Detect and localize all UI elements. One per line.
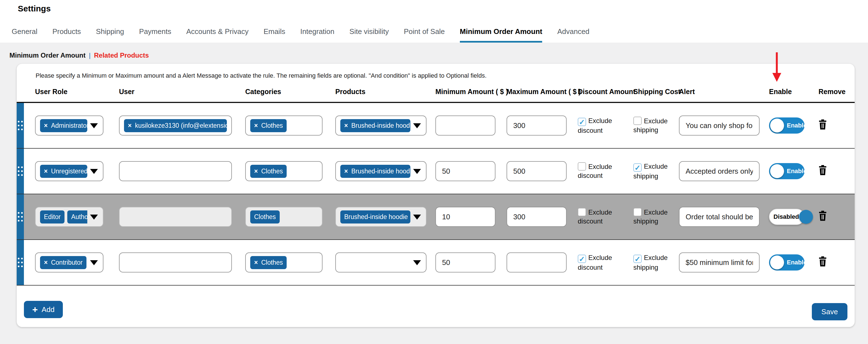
chevron-down-icon: [90, 169, 98, 174]
exclude-shipping-checkbox[interactable]: Exclude shipping: [633, 208, 673, 226]
tab-point-of-sale[interactable]: Point of Sale: [404, 27, 444, 42]
user-role-select[interactable]: ×Contributor: [35, 252, 103, 273]
chip-remove-icon[interactable]: ×: [254, 168, 258, 174]
minimum-amount-input[interactable]: [435, 115, 495, 136]
toggle-knob: [770, 119, 784, 133]
tab-advanced[interactable]: Advanced: [557, 27, 589, 42]
column-header: Products: [335, 88, 435, 96]
subnav-item-related-products[interactable]: Related Products: [94, 52, 149, 59]
exclude-discount-checkbox[interactable]: ✓Exclude discount: [578, 116, 618, 135]
categories-select[interactable]: ×Clothes: [245, 115, 322, 136]
save-button[interactable]: Save: [812, 303, 847, 320]
column-header: Shipping Cost: [633, 88, 679, 96]
user-select[interactable]: [119, 161, 232, 181]
column-header: User Role: [24, 88, 119, 96]
alert-input[interactable]: [679, 252, 760, 273]
alert-input[interactable]: [679, 115, 760, 136]
categories-select[interactable]: ×Clothes: [245, 252, 322, 273]
minimum-amount-input[interactable]: [435, 207, 495, 227]
maximum-amount-input[interactable]: [506, 115, 567, 136]
toggle-label: Enabled: [787, 259, 811, 266]
exclude-shipping-checkbox[interactable]: ✓Exclude shipping: [633, 162, 673, 181]
top-header: Settings GeneralProductsShippingPayments…: [0, 0, 868, 42]
alert-input[interactable]: [679, 207, 760, 227]
minimum-amount-input[interactable]: [435, 252, 495, 273]
breadcrumb: Minimum Order Amount|Related Products: [0, 42, 868, 59]
chip-remove-icon[interactable]: ×: [254, 259, 258, 266]
tab-integration[interactable]: Integration: [300, 27, 335, 42]
trash-icon[interactable]: [818, 256, 827, 267]
tab-site-visibility[interactable]: Site visibility: [349, 27, 389, 42]
trash-icon[interactable]: [818, 210, 827, 221]
alert-input[interactable]: [679, 161, 760, 181]
chip-remove-icon[interactable]: ×: [44, 122, 48, 129]
trash-icon[interactable]: [818, 119, 827, 130]
page-title: Settings: [0, 0, 868, 13]
user-role-select[interactable]: ×Unregistered User: [35, 161, 103, 181]
chip-remove-icon[interactable]: ×: [344, 168, 348, 174]
user-select[interactable]: [119, 207, 232, 227]
selected-chip: ×kusilokeze3130 (info@elextensio...: [124, 119, 227, 132]
exclude-shipping-checkbox[interactable]: Exclude shipping: [633, 117, 673, 135]
add-button[interactable]: + Add: [24, 301, 63, 318]
selected-chip: ×Brushed-inside hoodie: [340, 119, 410, 132]
drag-handle[interactable]: [17, 149, 24, 194]
chip-remove-icon[interactable]: ×: [344, 122, 348, 129]
column-header: Categories: [245, 88, 335, 96]
column-header: Alert: [679, 88, 769, 96]
maximum-amount-input[interactable]: [506, 207, 567, 227]
subnav-item-minimum-order-amount[interactable]: Minimum Order Amount: [9, 52, 86, 59]
categories-select[interactable]: ×Clothes: [245, 161, 322, 181]
tab-emails[interactable]: Emails: [264, 27, 285, 42]
maximum-amount-input[interactable]: [506, 252, 567, 273]
enable-toggle[interactable]: Enabled: [769, 254, 805, 270]
rule-row: ×Contributor ×Clothes ✓Exclude discount …: [17, 240, 855, 286]
enable-toggle[interactable]: Enabled: [769, 117, 805, 134]
selected-chip: ×Clothes: [250, 165, 287, 178]
chip-remove-icon[interactable]: ×: [254, 122, 258, 129]
drag-handle[interactable]: [17, 240, 24, 285]
rule-row: EditorAuthor Clothes Brushed-inside hood…: [17, 194, 855, 240]
trash-icon[interactable]: [818, 165, 827, 175]
drag-dots-icon: [18, 166, 23, 176]
products-select[interactable]: [335, 252, 427, 273]
drag-handle[interactable]: [17, 194, 24, 239]
drag-dots-icon: [18, 121, 23, 130]
tab-products[interactable]: Products: [53, 27, 81, 42]
categories-select[interactable]: Clothes: [245, 207, 322, 227]
tab-minimum-order-amount[interactable]: Minimum Order Amount: [460, 27, 542, 42]
tab-general[interactable]: General: [12, 27, 37, 42]
minimum-amount-input[interactable]: [435, 161, 495, 181]
drag-handle[interactable]: [17, 103, 24, 148]
selected-chip: ×Brushed-inside hoodie: [340, 165, 410, 178]
user-select[interactable]: [119, 252, 232, 273]
user-select[interactable]: ×kusilokeze3130 (info@elextensio...: [119, 115, 232, 136]
tab-content-area: Minimum Order Amount|Related Products Pl…: [0, 42, 868, 344]
chevron-down-icon: [90, 214, 98, 220]
tab-accounts-privacy[interactable]: Accounts & Privacy: [186, 27, 249, 42]
products-select[interactable]: ×Brushed-inside hoodie: [335, 115, 427, 136]
tab-shipping[interactable]: Shipping: [96, 27, 124, 42]
subnav-separator: |: [86, 52, 94, 59]
user-role-select[interactable]: EditorAuthor: [35, 207, 103, 227]
enable-toggle[interactable]: Enabled: [769, 163, 805, 179]
chip-remove-icon[interactable]: ×: [44, 259, 48, 266]
exclude-discount-checkbox[interactable]: Exclude discount: [578, 208, 618, 226]
instruction-text: Please specify a Minimum or Maximum amou…: [17, 64, 855, 79]
exclude-discount-checkbox[interactable]: Exclude discount: [578, 162, 618, 180]
user-role-select[interactable]: ×Administrator: [35, 115, 103, 136]
selected-chip: ×Contributor: [40, 256, 87, 269]
exclude-shipping-checkbox[interactable]: ✓Exclude shipping: [633, 253, 673, 272]
annotation-arrow-icon: [772, 52, 781, 82]
tab-payments[interactable]: Payments: [139, 27, 171, 42]
enable-toggle[interactable]: Disabled: [769, 209, 805, 225]
rule-row: ×Unregistered User ×Clothes ×Brushed-ins…: [17, 149, 855, 194]
exclude-discount-checkbox[interactable]: ✓Exclude discount: [578, 253, 618, 272]
products-select[interactable]: Brushed-inside hoodie: [335, 207, 427, 227]
chevron-down-icon: [90, 123, 98, 128]
chip-remove-icon[interactable]: ×: [128, 122, 131, 129]
products-select[interactable]: ×Brushed-inside hoodie: [335, 161, 427, 181]
chip-remove-icon[interactable]: ×: [44, 168, 48, 174]
column-header: Minimum Amount ( $ ): [435, 88, 506, 96]
maximum-amount-input[interactable]: [506, 161, 567, 181]
